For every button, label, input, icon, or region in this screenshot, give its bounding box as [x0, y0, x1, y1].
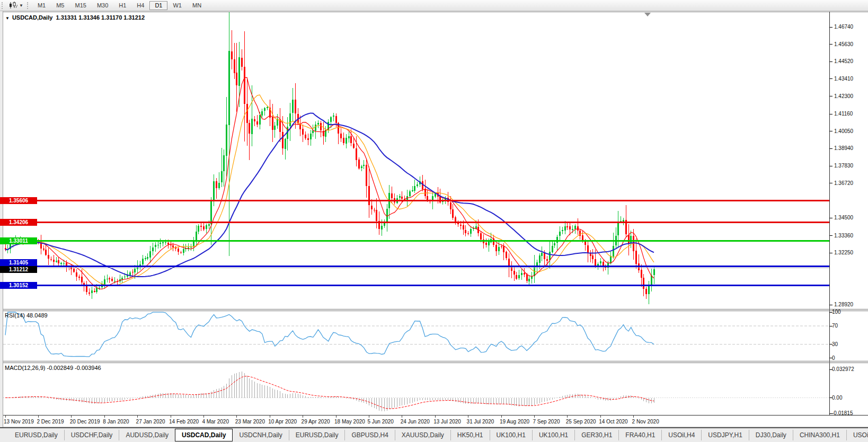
price-axis-tick: 1.43410: [834, 76, 853, 82]
price-axis-tick: 1.41160: [834, 111, 853, 117]
chart-tab-usdjpy-h1[interactable]: USDJPY,H1: [701, 430, 748, 440]
chart-tab-usoil-h4[interactable]: USOil,H4: [661, 430, 701, 440]
timeframe-buttons: M1M5M15M30H1H4D1W1MN: [32, 1, 207, 10]
moving-average-lines: [5, 77, 654, 289]
ma-slow-line: [5, 113, 654, 277]
date-axis-label: 4 Mar 2020: [202, 419, 229, 425]
date-axis-label: 14 Feb 2020: [169, 419, 199, 425]
chart-ohlc-values: 1.31331 1.31346 1.31170 1.31212: [56, 14, 145, 21]
price-level-badge: 1.31405: [0, 259, 37, 266]
rsi-axis-tick: 100: [832, 309, 841, 315]
chart-tab-usdcnh-daily[interactable]: USDCNH,Daily: [233, 430, 288, 440]
price-axis-tick: 1.32250: [834, 250, 853, 256]
date-axis-label: 13 Jul 2020: [433, 419, 461, 425]
timeframe-button-m5[interactable]: M5: [51, 1, 69, 10]
chart-tab-eurusd-daily[interactable]: EURUSD,Daily: [8, 430, 64, 440]
candlestick-chart-icon: [9, 2, 17, 9]
chart-tab-xauusd-daily[interactable]: XAUUSD,Daily: [395, 430, 450, 440]
price-axis-tick: 1.36720: [834, 180, 853, 187]
price-axis-tick: 1.34500: [834, 215, 853, 221]
rsi-axis-tick: 0: [832, 355, 835, 361]
timeframe-button-m1[interactable]: M1: [32, 1, 51, 10]
chart-tab-usdchf-daily[interactable]: USDCHF,Daily: [64, 430, 119, 440]
macd-axis-tick: -0.01815: [832, 410, 853, 417]
date-axis-label: 18 May 2020: [334, 419, 365, 425]
chart-title: ▼USDCAD,Daily 1.31331 1.31346 1.31170 1.…: [5, 14, 145, 22]
timeframe-button-m15[interactable]: M15: [69, 1, 91, 10]
date-axis-label: 31 Jul 2020: [467, 419, 494, 425]
macd-axis-tick: 0.00: [832, 395, 842, 401]
chart-canvas[interactable]: [0, 0, 868, 442]
date-axis-label: 23 Mar 2020: [235, 419, 265, 425]
chart-shift-marker-icon[interactable]: [644, 13, 651, 16]
date-axis-label: 27 Jan 2020: [136, 419, 165, 425]
macd-axis-tick: 0.032972: [832, 366, 854, 373]
rsi-line: [5, 312, 654, 357]
chart-tab-usoil-h1[interactable]: USOil,H1: [846, 430, 868, 440]
chart-tab-bar: EURUSD,DailyUSDCHF,DailyAUDUSD,DailyUSDC…: [0, 427, 868, 442]
date-axis-label: 10 Apr 2020: [268, 419, 297, 425]
timeframe-button-m30[interactable]: M30: [92, 1, 113, 10]
chart-tab-ger30-h1[interactable]: GER30,H1: [574, 430, 618, 440]
price-axis-tick: 1.38940: [834, 145, 853, 152]
macd-signal-line: [5, 376, 654, 409]
chart-tab-dj30-daily[interactable]: DJ30,Daily: [749, 430, 793, 440]
rsi-indicator-label: RSI(14) 48.0489: [5, 312, 48, 319]
rsi-axis-tick: 30: [832, 341, 838, 348]
dropdown-caret-icon[interactable]: ▼: [19, 3, 23, 8]
timeframe-button-d1[interactable]: D1: [149, 1, 167, 10]
price-axis-tick: 1.37830: [834, 163, 853, 169]
current-price-badge: 1.31212: [0, 266, 37, 273]
date-axis-label: 24 Jun 2020: [401, 419, 430, 425]
price-level-badge: 1.34206: [0, 219, 37, 226]
chart-tab-china300-h1[interactable]: CHINA300,H1: [793, 430, 846, 440]
price-level-lines[interactable]: [3, 201, 829, 286]
chart-tab-fra40-h1[interactable]: FRA40,H1: [618, 430, 661, 440]
macd-histogram: [5, 372, 654, 411]
ma-mid-line: [5, 95, 654, 286]
date-axis-label: 13 Nov 2019: [4, 419, 34, 425]
rsi-guide-lines: [3, 326, 829, 344]
timeframe-button-h4[interactable]: H4: [131, 1, 149, 10]
price-axis-tick: 1.33360: [834, 233, 853, 239]
chart-tab-usdcad-daily[interactable]: USDCAD,Daily: [175, 429, 233, 441]
chart-tab-gbpusd-h4[interactable]: GBPUSD,H4: [344, 430, 394, 440]
toolbar-grip[interactable]: [2, 2, 5, 9]
chart-symbol-label: USDCAD,Daily: [12, 14, 52, 21]
price-axis-tick: 1.28920: [834, 302, 853, 308]
date-axis-label: 25 Sep 2020: [566, 419, 596, 425]
date-axis-label: 2 Dec 2019: [37, 419, 64, 425]
price-axis-tick: 1.40050: [834, 128, 853, 135]
timeframe-button-h1[interactable]: H1: [113, 1, 131, 10]
candles-layer: [5, 0, 655, 304]
chart-type-button[interactable]: ▼: [7, 1, 25, 10]
chart-tab-hk50-h1[interactable]: HK50,H1: [450, 430, 490, 440]
chart-tab-uk100-h1[interactable]: UK100,H1: [490, 430, 532, 440]
panel-borders: [3, 12, 868, 418]
toolbar-grip-2[interactable]: [27, 2, 30, 9]
toolbar: ▼ M1M5M15M30H1H4D1W1MN: [0, 0, 868, 11]
price-axis-tick: 1.42300: [834, 93, 853, 100]
chart-tab-audusd-daily[interactable]: AUDUSD,Daily: [119, 430, 175, 440]
price-axis-tick: 1.44520: [834, 58, 853, 65]
date-axis-label: 20 Dec 2019: [70, 419, 100, 425]
collapse-caret-icon[interactable]: ▼: [5, 16, 10, 21]
date-axis-label: 2 Nov 2020: [632, 419, 659, 425]
chart-tab-uk100-h1[interactable]: UK100,H1: [532, 430, 574, 440]
date-axis-label: 5 Jun 2020: [367, 419, 394, 425]
ma-fast-line: [5, 77, 654, 289]
date-axis-label: 19 Aug 2020: [500, 419, 529, 425]
rsi-axis-tick: 70: [832, 323, 838, 329]
date-axis-label: 29 Apr 2020: [302, 419, 330, 425]
timeframe-button-mn[interactable]: MN: [187, 1, 207, 10]
timeframe-button-w1[interactable]: W1: [167, 1, 187, 10]
date-axis-label: 14 Oct 2020: [599, 419, 627, 425]
chart-tab-eurusd-daily[interactable]: EURUSD,Daily: [289, 430, 345, 440]
price-axis-tick: 1.46740: [834, 24, 853, 30]
price-level-badge: 1.35606: [0, 197, 37, 204]
date-axis-label: 8 Jan 2020: [103, 419, 129, 425]
date-axis-label: 7 Sep 2020: [533, 419, 560, 425]
price-level-badge: 1.30152: [0, 282, 37, 289]
price-axis-tick: 1.45630: [834, 41, 853, 48]
macd-indicator-label: MACD(12,26,9) -0.002849 -0.003946: [5, 365, 101, 372]
